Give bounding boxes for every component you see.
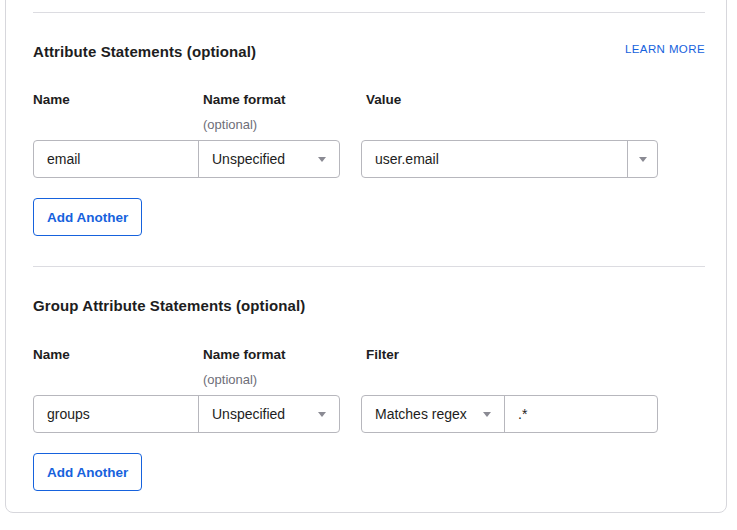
chevron-down-icon xyxy=(639,157,647,162)
column-sublabel-optional: (optional) xyxy=(203,117,257,132)
attr-value-field-segment xyxy=(362,141,627,177)
group-filter-group: Matches regex xyxy=(361,395,658,433)
group-filter-type-select[interactable]: Matches regex xyxy=(362,396,504,432)
chevron-down-icon xyxy=(318,412,326,417)
column-sublabel-optional: (optional) xyxy=(203,372,257,387)
group-filter-field-segment xyxy=(504,396,657,432)
settings-card xyxy=(5,0,727,513)
attr-name-field-segment xyxy=(34,141,198,177)
group-filter-input[interactable] xyxy=(505,396,657,432)
attr-name-and-format-group: Unspecified xyxy=(33,140,340,178)
attr-value-input[interactable] xyxy=(362,141,627,177)
column-label-name-format: Name format xyxy=(203,92,286,107)
section-divider xyxy=(33,12,705,13)
column-label-name: Name xyxy=(33,92,70,107)
section-divider xyxy=(33,266,705,267)
learn-more-link[interactable]: LEARN MORE xyxy=(625,43,705,55)
attr-name-input[interactable] xyxy=(34,141,198,177)
attr-name-format-value: Unspecified xyxy=(212,151,285,167)
saml-settings-panel: Attribute Statements (optional) LEARN MO… xyxy=(0,0,737,530)
column-label-name: Name xyxy=(33,347,70,362)
chevron-down-icon xyxy=(483,412,491,417)
add-another-attribute-button[interactable]: Add Another xyxy=(33,198,142,236)
chevron-down-icon xyxy=(318,157,326,162)
group-name-and-format-group: Unspecified xyxy=(33,395,340,433)
group-filter-type-value: Matches regex xyxy=(375,406,467,422)
attr-value-combobox xyxy=(361,140,658,178)
group-name-format-value: Unspecified xyxy=(212,406,285,422)
group-name-format-select[interactable]: Unspecified xyxy=(198,396,339,432)
attr-name-format-select[interactable]: Unspecified xyxy=(198,141,339,177)
attribute-statements-title: Attribute Statements (optional) xyxy=(33,43,256,60)
attr-value-dropdown-button[interactable] xyxy=(627,141,657,177)
group-name-field-segment xyxy=(34,396,198,432)
group-name-input[interactable] xyxy=(34,396,198,432)
column-label-name-format: Name format xyxy=(203,347,286,362)
add-another-group-attribute-button[interactable]: Add Another xyxy=(33,453,142,491)
column-label-filter: Filter xyxy=(366,347,399,362)
group-attribute-statements-title: Group Attribute Statements (optional) xyxy=(33,297,305,314)
column-label-value: Value xyxy=(366,92,401,107)
